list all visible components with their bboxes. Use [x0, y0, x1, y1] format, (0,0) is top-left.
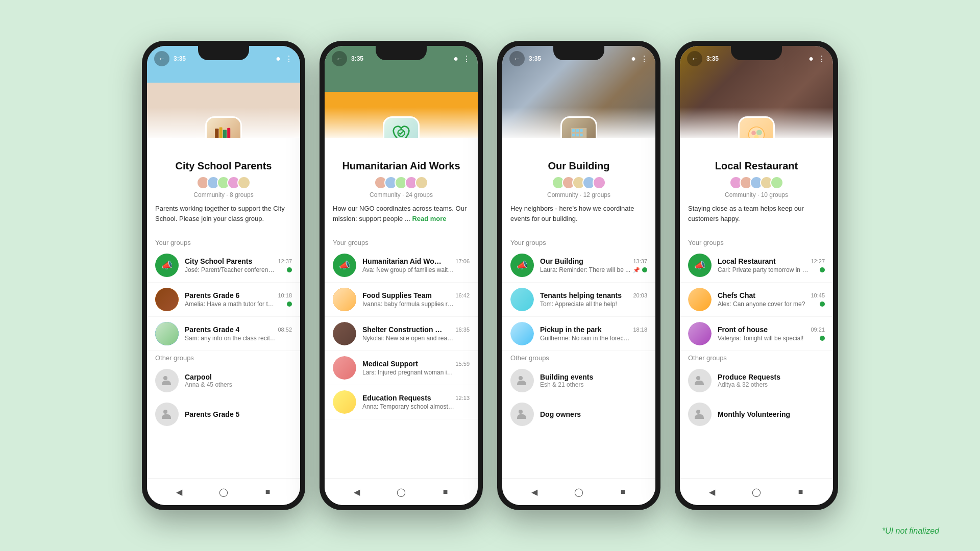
group-item-top: Local Restaurant 12:27	[718, 257, 825, 265]
nav-recent-4[interactable]: ■	[794, 485, 808, 499]
group-avatar-3	[560, 116, 597, 138]
search-icon-2[interactable]: ●	[453, 54, 458, 64]
more-icon-3[interactable]: ⋮	[640, 54, 648, 64]
group-time: 10:18	[278, 292, 292, 298]
nav-recent-3[interactable]: ■	[616, 485, 630, 499]
group-time: 17:06	[455, 258, 470, 264]
unread-indicator	[820, 267, 825, 272]
group-msg: Carl: Private party tomorrow in the ...	[718, 266, 810, 273]
group-item[interactable]: 📣 Our Building 13:37 Laura: Reminder: Th…	[502, 248, 655, 283]
nav-back-2[interactable]: ◀	[350, 485, 364, 499]
group-item-info: Humanitarian Aid Works 17:06 Ava: New gr…	[362, 257, 470, 273]
nav-back-4[interactable]: ◀	[705, 485, 719, 499]
other-group-info: Produce Requests Aditya & 32 others	[718, 373, 825, 388]
nav-back-1[interactable]: ◀	[172, 485, 186, 499]
search-icon-1[interactable]: ●	[276, 54, 281, 64]
more-icon-2[interactable]: ⋮	[462, 54, 471, 64]
back-button-2[interactable]: ←	[332, 51, 347, 66]
group-msg: Sam: any info on the class recital?	[185, 335, 277, 342]
member-avatars-3	[510, 176, 647, 189]
group-item[interactable]: 📣 Humanitarian Aid Works 17:06 Ava: New …	[325, 248, 478, 283]
group-name: Pickup in the park	[540, 325, 602, 334]
community-meta-1: Community · 8 groups	[155, 191, 292, 198]
bottom-nav-4: ◀ ◯ ■	[680, 478, 833, 505]
nav-home-3[interactable]: ◯	[572, 485, 586, 499]
group-item[interactable]: Food Supplies Team 16:42 Ivanna: baby fo…	[325, 283, 478, 317]
phone-3-notch	[553, 46, 604, 60]
group-item[interactable]: Pickup in the park 18:18 Guilherme: No r…	[502, 317, 655, 351]
group-item[interactable]: Chefs Chat 10:45 Alex: Can anyone cover …	[680, 283, 833, 317]
search-icon-3[interactable]: ●	[631, 54, 636, 64]
group-item[interactable]: 📣 City School Parents 12:37 José: Parent…	[147, 248, 300, 283]
unread-indicator	[642, 267, 647, 272]
group-item[interactable]: Parents Grade 4 08:52 Sam: any info on t…	[147, 317, 300, 351]
svg-point-21	[696, 376, 700, 380]
phone-2: ← 3:35 ● ⋮	[320, 41, 483, 510]
nav-recent-1[interactable]: ■	[261, 485, 275, 499]
group-item-info: Local Restaurant 12:27 Carl: Private par…	[718, 257, 825, 273]
group-item-info: Front of house 09:21 Valeryia: Tonight w…	[718, 325, 825, 342]
more-icon-4[interactable]: ⋮	[818, 54, 826, 64]
group-item[interactable]: Tenants helping tenants 20:03 Tom: Appre…	[502, 283, 655, 317]
nav-home-2[interactable]: ◯	[394, 485, 408, 499]
other-group-item[interactable]: Dog owners	[502, 397, 655, 431]
group-name: Parents Grade 4	[185, 325, 239, 334]
group-item-info: Shelter Construction Team 16:35 Nykolai:…	[362, 325, 470, 342]
other-group-item[interactable]: Produce Requests Aditya & 32 others	[680, 364, 833, 397]
back-button-3[interactable]: ←	[509, 51, 525, 66]
nav-back-3[interactable]: ◀	[527, 485, 542, 499]
nav-home-1[interactable]: ◯	[216, 485, 231, 499]
community-desc-1: Parents working together to support the …	[155, 204, 292, 223]
search-icon-4[interactable]: ●	[808, 54, 814, 64]
other-group-item[interactable]: Building events Esh & 21 others	[502, 364, 655, 397]
phone-1: ← 3:35 ● ⋮	[142, 41, 305, 510]
phone-3-content: Our Building Community · 12 groups Hey n…	[502, 138, 655, 478]
unread-indicator	[287, 267, 292, 272]
group-item[interactable]: Education Requests 12:13 Anna: Temporary…	[325, 385, 478, 419]
svg-rect-9	[576, 129, 579, 132]
community-meta-2: Community · 24 groups	[333, 191, 470, 198]
read-more-link[interactable]: Read more	[412, 215, 446, 222]
group-name: Parents Grade 6	[185, 291, 239, 299]
group-preview: José: Parent/Teacher conferences ...	[185, 266, 292, 273]
group-preview: Tom: Appreciate all the help!	[540, 300, 647, 308]
community-meta-3: Community · 12 groups	[510, 191, 647, 198]
nav-recent-2[interactable]: ■	[438, 485, 453, 499]
bottom-nav-2: ◀ ◯ ■	[325, 478, 478, 505]
more-icon-1[interactable]: ⋮	[285, 54, 293, 64]
group-avatar-icon: 📣	[155, 254, 179, 277]
other-group-item[interactable]: Monthly Volunteering	[680, 397, 833, 431]
group-msg: Laura: Reminder: There will be ...	[540, 266, 630, 273]
other-group-sub: Anna & 45 others	[185, 381, 292, 388]
back-button-1[interactable]: ←	[154, 51, 169, 66]
group-item[interactable]: Shelter Construction Team 16:35 Nykolai:…	[325, 317, 478, 351]
your-groups-label-3: Your groups	[502, 236, 655, 248]
group-msg: Alex: Can anyone cover for me?	[718, 300, 805, 308]
svg-rect-8	[572, 129, 575, 132]
group-time: 16:42	[455, 292, 470, 298]
phone-3-screen: ← 3:35 ● ⋮	[502, 46, 655, 505]
status-time-3: 3:35	[529, 55, 541, 62]
other-groups-label-4: Other groups	[680, 351, 833, 364]
group-item[interactable]: Medical Support 15:59 Lars: Injured preg…	[325, 351, 478, 385]
status-time-4: 3:35	[706, 55, 719, 62]
group-item-top: Chefs Chat 10:45	[718, 291, 825, 299]
nav-home-4[interactable]: ◯	[749, 485, 764, 499]
group-msg: Lars: Injured pregnant woman in need ...	[362, 369, 454, 376]
bottom-nav-3: ◀ ◯ ■	[502, 478, 655, 505]
group-time: 15:59	[455, 361, 470, 367]
other-group-name: Produce Requests	[718, 373, 825, 381]
group-item-top: City School Parents 12:37	[185, 257, 292, 265]
group-preview: Alex: Can anyone cover for me?	[718, 300, 825, 308]
group-item[interactable]: Parents Grade 6 10:18 Amelia: Have a mat…	[147, 283, 300, 317]
community-info-4: Local Restaurant Community · 10 groups S…	[680, 138, 833, 236]
other-group-item[interactable]: Parents Grade 5	[147, 397, 300, 431]
back-button-4[interactable]: ←	[687, 51, 702, 66]
group-avatar-icon	[333, 390, 356, 414]
group-item[interactable]: Front of house 09:21 Valeryia: Tonight w…	[680, 317, 833, 351]
group-item-top: Parents Grade 6 10:18	[185, 291, 292, 299]
group-msg: Valeryia: Tonight will be special!	[718, 335, 803, 342]
other-group-item[interactable]: Carpool Anna & 45 others	[147, 364, 300, 397]
community-title-2: Humanitarian Aid Works	[333, 160, 470, 172]
group-item[interactable]: 📣 Local Restaurant 12:27 Carl: Private p…	[680, 248, 833, 283]
